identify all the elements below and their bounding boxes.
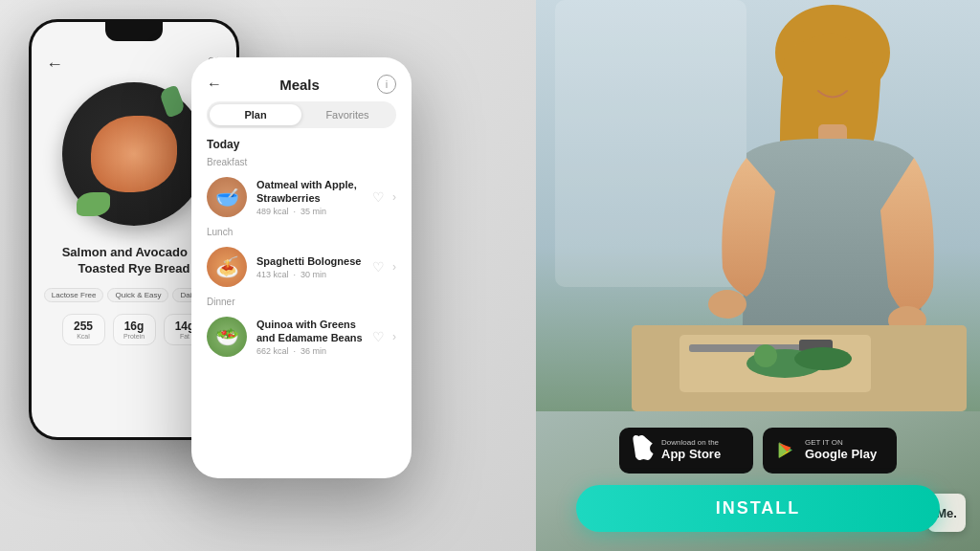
plan-favorites-tabs: Plan Favorites bbox=[207, 101, 396, 128]
oatmeal-heart-icon[interactable]: ♡ bbox=[372, 189, 385, 205]
spaghetti-info: Spaghetti Bolognese 413 kcal · 30 min bbox=[256, 254, 363, 279]
spaghetti-heart-icon[interactable]: ♡ bbox=[372, 259, 385, 275]
spaghetti-name: Spaghetti Bolognese bbox=[256, 254, 363, 268]
apple-icon bbox=[633, 435, 654, 466]
quinoa-chevron-icon[interactable]: › bbox=[392, 330, 396, 343]
quinoa-name: Quinoa with Greensand Edamame Beans bbox=[256, 318, 363, 345]
svg-rect-1 bbox=[555, 0, 746, 287]
quinoa-thumbnail: 🥗 bbox=[207, 317, 247, 357]
quinoa-heart-icon[interactable]: ♡ bbox=[372, 329, 385, 344]
google-play-text: GET IT ON Google Play bbox=[805, 439, 877, 462]
meals-back-icon[interactable]: ← bbox=[207, 76, 222, 93]
right-panel: Download on the App Store GET IT ON Go bbox=[536, 0, 980, 551]
app-store-main-label: App Store bbox=[661, 447, 721, 462]
spaghetti-chevron-icon[interactable]: › bbox=[392, 260, 396, 274]
install-button[interactable]: INSTALL bbox=[576, 485, 940, 532]
tab-favorites[interactable]: Favorites bbox=[301, 104, 393, 125]
meal-item-oatmeal: 🥣 Oatmeal with Apple,Strawberries 489 kc… bbox=[191, 169, 412, 225]
app-store-text: Download on the App Store bbox=[661, 439, 721, 462]
google-play-main-label: Google Play bbox=[805, 447, 877, 462]
person-illustration bbox=[536, 0, 980, 411]
food-plate-image bbox=[57, 82, 211, 235]
meal-item-spaghetti: 🍝 Spaghetti Bolognese 413 kcal · 30 min … bbox=[191, 239, 412, 295]
quinoa-info: Quinoa with Greensand Edamame Beans 662 … bbox=[256, 318, 363, 357]
kcal-label: Kcal bbox=[71, 333, 97, 340]
stat-kcal: 255 Kcal bbox=[62, 314, 105, 345]
dinner-label: Dinner bbox=[191, 295, 412, 309]
kcal-value: 255 bbox=[71, 320, 97, 333]
stat-protein: 16g Protein bbox=[113, 314, 156, 345]
breakfast-label: Breakfast bbox=[191, 155, 412, 169]
svg-point-5 bbox=[708, 290, 746, 319]
quinoa-actions: ♡ › bbox=[372, 329, 396, 344]
back-arrow-icon[interactable]: ← bbox=[46, 55, 63, 75]
spaghetti-actions: ♡ › bbox=[372, 259, 396, 275]
meals-header: ← Meals i bbox=[191, 57, 412, 101]
tag-quick-easy: Quick & Easy bbox=[107, 288, 168, 302]
today-section: Today bbox=[191, 128, 412, 155]
phone-notch bbox=[105, 22, 163, 41]
protein-value: 16g bbox=[122, 320, 147, 333]
info-icon[interactable]: i bbox=[377, 75, 396, 94]
app-store-button[interactable]: Download on the App Store bbox=[619, 428, 753, 474]
tag-lactose-free: Lactose Free bbox=[44, 288, 104, 302]
cta-overlay: Download on the App Store GET IT ON Go bbox=[536, 428, 980, 532]
app-store-sub-label: Download on the bbox=[661, 439, 721, 447]
store-buttons-container: Download on the App Store GET IT ON Go bbox=[619, 428, 897, 474]
google-play-button[interactable]: GET IT ON Google Play bbox=[763, 428, 897, 474]
svg-point-13 bbox=[754, 344, 777, 367]
svg-point-12 bbox=[794, 347, 852, 370]
spaghetti-thumbnail: 🍝 bbox=[207, 247, 247, 287]
meals-screen-title: Meals bbox=[279, 77, 320, 93]
tab-plan[interactable]: Plan bbox=[210, 104, 301, 125]
oatmeal-info: Oatmeal with Apple,Strawberries 489 kcal… bbox=[256, 178, 363, 217]
oatmeal-actions: ♡ › bbox=[372, 189, 396, 205]
protein-label: Protein bbox=[122, 333, 147, 340]
spaghetti-meta: 413 kcal · 30 min bbox=[256, 270, 363, 279]
meal-item-quinoa: 🥗 Quinoa with Greensand Edamame Beans 66… bbox=[191, 309, 412, 364]
lunch-label: Lunch bbox=[191, 225, 412, 239]
oatmeal-thumbnail: 🥣 bbox=[207, 177, 247, 217]
oatmeal-meta: 489 kcal · 35 min bbox=[256, 207, 363, 216]
oatmeal-name: Oatmeal with Apple,Strawberries bbox=[256, 178, 363, 206]
phone-front-mockup: ← Meals i Plan Favorites Today Breakfast bbox=[191, 57, 412, 478]
left-panel: ← ♡ Salmon and Avocado on Toasted Rye Br… bbox=[0, 0, 536, 551]
google-play-icon bbox=[776, 440, 797, 461]
oatmeal-chevron-icon[interactable]: › bbox=[392, 190, 396, 204]
google-play-sub-label: GET IT ON bbox=[805, 439, 877, 447]
quinoa-meta: 662 kcal · 36 min bbox=[256, 346, 363, 356]
